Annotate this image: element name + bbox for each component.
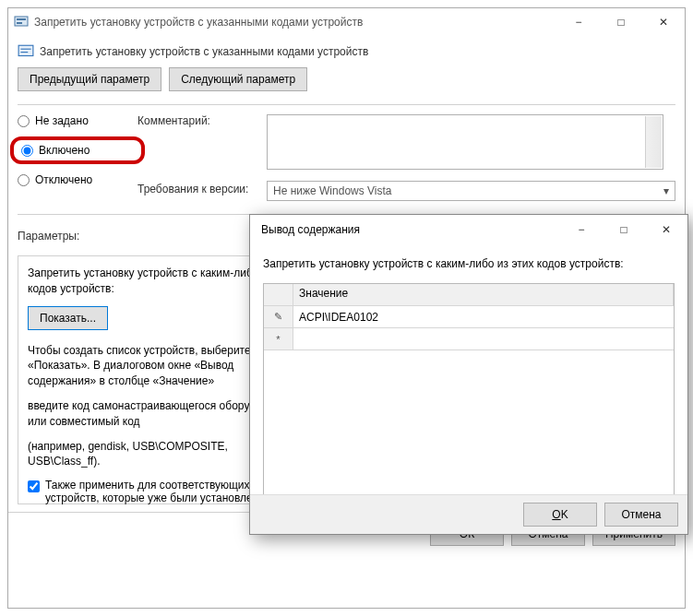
previous-setting-button[interactable]: Предыдущий параметр xyxy=(18,67,161,91)
modal-prompt: Запретить установку устройств с каким-ли… xyxy=(263,257,675,270)
maximize-button[interactable]: □ xyxy=(600,8,642,36)
svg-rect-3 xyxy=(18,45,33,55)
minimize-button[interactable]: − xyxy=(557,8,600,36)
svg-rect-0 xyxy=(15,17,28,26)
radio-enabled[interactable]: Включено xyxy=(21,144,134,157)
radio-disabled[interactable]: Отключено xyxy=(18,173,137,186)
modal-maximize-button[interactable]: □ xyxy=(603,216,645,243)
requirements-label: Требования к версии: xyxy=(137,183,267,195)
radio-disabled-label: Отключено xyxy=(35,173,92,186)
grid-row-1[interactable]: * xyxy=(264,328,674,350)
requirements-value: Не ниже Windows Vista xyxy=(273,184,392,197)
modal-close-button[interactable]: ✕ xyxy=(645,216,687,243)
svg-rect-5 xyxy=(20,52,28,53)
radio-not-configured[interactable]: Не задано xyxy=(18,114,137,127)
svg-rect-2 xyxy=(17,22,22,24)
section-divider xyxy=(18,104,675,105)
modal-minimize-button[interactable]: − xyxy=(560,216,603,243)
grid-corner xyxy=(264,284,293,305)
comment-textarea[interactable] xyxy=(267,114,663,170)
grid-col-header: Значение xyxy=(293,284,674,305)
modal-ok-button[interactable]: OK xyxy=(523,503,597,527)
radio-enabled-label: Включено xyxy=(39,144,90,157)
svg-rect-4 xyxy=(20,49,30,50)
edit-indicator-icon: ✎ xyxy=(264,306,293,327)
policy-icon xyxy=(18,43,34,60)
modal-title: Вывод содержания xyxy=(256,223,560,236)
modal-titlebar: Вывод содержания − □ ✕ xyxy=(250,215,687,244)
modal-cancel-button[interactable]: Отмена xyxy=(604,503,678,527)
svg-rect-1 xyxy=(17,18,26,20)
radio-not-configured-label: Не задано xyxy=(35,114,89,127)
gpo-icon xyxy=(14,15,29,30)
grid-cell-input-1[interactable] xyxy=(299,331,668,348)
new-row-marker: * xyxy=(264,328,293,349)
comment-label: Комментарий: xyxy=(137,114,267,127)
value-grid[interactable]: Значение ✎ * xyxy=(263,283,675,495)
show-button[interactable]: Показать... xyxy=(28,306,108,330)
main-titlebar: Запретить установку устройств с указанны… xyxy=(8,8,685,36)
show-contents-dialog: Вывод содержания − □ ✕ Запретить установ… xyxy=(249,214,688,535)
main-title: Запретить установку устройств с указанны… xyxy=(34,16,557,29)
header-title: Запретить установку устройств с указанны… xyxy=(40,45,368,58)
close-button[interactable]: ✕ xyxy=(642,8,685,36)
highlighted-enabled-option: Включено xyxy=(10,136,145,164)
requirements-select[interactable]: Не ниже Windows Vista xyxy=(267,181,675,201)
grid-row-0[interactable]: ✎ xyxy=(264,306,674,328)
next-setting-button[interactable]: Следующий параметр xyxy=(169,67,307,91)
grid-cell-input-0[interactable] xyxy=(299,309,668,326)
